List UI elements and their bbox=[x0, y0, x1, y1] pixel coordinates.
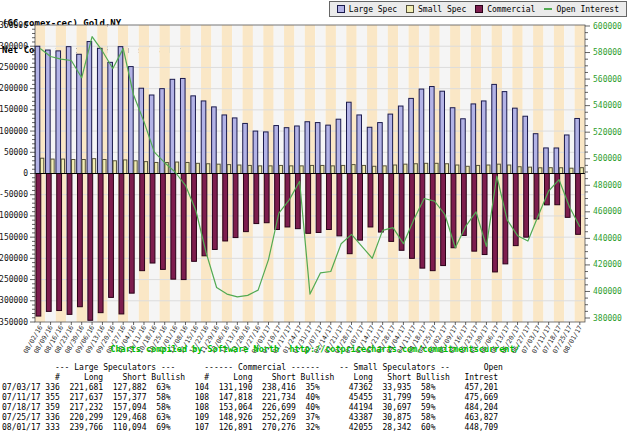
commercial-bar bbox=[555, 174, 560, 205]
small-spec-bar bbox=[414, 164, 417, 174]
commercial-bar bbox=[98, 174, 103, 313]
svg-text:0: 0 bbox=[23, 169, 28, 178]
large-spec-bar bbox=[523, 116, 528, 173]
large-spec-bar bbox=[108, 62, 113, 173]
large-spec-bar bbox=[461, 119, 466, 174]
table-row: 07/25/17 336 220,299 129,468 63% 109 148… bbox=[2, 413, 503, 423]
large-spec-bar bbox=[564, 135, 569, 174]
large-spec-bar bbox=[295, 126, 300, 174]
small-spec-bar bbox=[92, 159, 95, 174]
svg-text:520000: 520000 bbox=[593, 128, 622, 137]
commercial-bar bbox=[36, 174, 41, 317]
svg-text:440000: 440000 bbox=[593, 234, 622, 243]
large-spec-bar bbox=[544, 148, 549, 174]
small-spec-bar bbox=[331, 166, 334, 174]
small-spec-bar bbox=[144, 162, 147, 174]
large-spec-bar bbox=[398, 106, 403, 173]
commercial-bar bbox=[67, 174, 72, 315]
svg-text:200000: 200000 bbox=[0, 84, 28, 93]
svg-text:380000: 380000 bbox=[593, 314, 622, 323]
large-spec-bar bbox=[77, 54, 82, 173]
svg-text:-350000: -350000 bbox=[0, 318, 28, 327]
small-spec-bar bbox=[497, 164, 500, 173]
large-spec-bar bbox=[201, 101, 206, 174]
right-axis-ticks bbox=[585, 26, 590, 318]
commercial-bar bbox=[254, 174, 259, 224]
small-spec-bar bbox=[321, 165, 324, 173]
commercial-bar bbox=[192, 174, 197, 262]
large-spec-bar bbox=[274, 126, 279, 174]
svg-text:500000: 500000 bbox=[593, 154, 622, 163]
svg-text:460000: 460000 bbox=[593, 207, 622, 216]
svg-text:480000: 480000 bbox=[593, 181, 622, 190]
svg-text:50000: 50000 bbox=[4, 148, 28, 157]
table-row: 07/18/17 359 217,232 157,094 58% 108 153… bbox=[2, 403, 503, 413]
left-axis-ticks bbox=[30, 25, 35, 322]
svg-text:540000: 540000 bbox=[593, 101, 622, 110]
large-spec-bar bbox=[263, 132, 268, 174]
large-spec-bar bbox=[440, 91, 445, 173]
commercial-bar bbox=[88, 174, 93, 321]
commercial-bar bbox=[544, 174, 549, 205]
large-spec-bar bbox=[554, 148, 559, 174]
small-spec-bar bbox=[40, 158, 43, 173]
commercial-bar bbox=[451, 174, 456, 248]
large-spec-bar bbox=[139, 88, 144, 173]
x-axis-ticks bbox=[40, 322, 580, 325]
large-spec-bar bbox=[160, 89, 165, 174]
commercial-bar bbox=[461, 174, 466, 236]
cot-data-table: --- Large Speculators --- ------ Commerc… bbox=[2, 363, 503, 433]
large-spec-bar bbox=[315, 123, 320, 174]
small-spec-bar bbox=[383, 166, 386, 174]
commercial-bar bbox=[150, 174, 155, 264]
small-spec-bar bbox=[372, 166, 375, 173]
credit-link[interactable]: http://cotpricecharts.com/commitmentscur… bbox=[289, 344, 519, 354]
commercial-bar bbox=[524, 174, 529, 238]
svg-text:-50000: -50000 bbox=[0, 190, 28, 199]
table-row: 07/11/17 355 217,637 157,377 58% 108 147… bbox=[2, 393, 503, 403]
large-spec-bar bbox=[419, 89, 424, 173]
large-spec-bar bbox=[502, 92, 507, 174]
commercial-bar bbox=[202, 174, 207, 256]
small-spec-bar bbox=[186, 162, 189, 173]
commercial-bar bbox=[306, 174, 311, 234]
large-spec-bar bbox=[450, 108, 455, 174]
table-header-row: # Long Short Bullish # Long Short Bullis… bbox=[2, 373, 503, 383]
svg-text:400000: 400000 bbox=[593, 287, 622, 296]
table-row: 08/01/17 333 239,766 110,094 69% 107 126… bbox=[2, 423, 503, 433]
small-spec-swatch-icon bbox=[406, 5, 414, 13]
right-axis-labels: 6000005800005600005400005200005000004800… bbox=[593, 22, 622, 323]
commercial-bar bbox=[316, 174, 321, 233]
small-spec-bar bbox=[238, 165, 241, 173]
large-spec-bar bbox=[66, 47, 71, 174]
commercial-bar bbox=[389, 174, 394, 242]
commercial-bar bbox=[576, 174, 581, 235]
gridlines bbox=[35, 46, 585, 301]
small-spec-bar bbox=[227, 165, 230, 174]
large-spec-bar bbox=[222, 115, 227, 174]
small-spec-bar bbox=[539, 168, 542, 174]
small-spec-bar bbox=[445, 164, 448, 174]
commercial-bar bbox=[57, 174, 62, 311]
commercial-bar bbox=[337, 174, 342, 236]
small-spec-bar bbox=[518, 167, 521, 174]
svg-text:100000: 100000 bbox=[0, 127, 28, 136]
commercial-bar bbox=[181, 174, 186, 280]
small-spec-bar bbox=[134, 161, 137, 174]
commercial-bar bbox=[534, 174, 539, 219]
small-spec-bar bbox=[175, 162, 178, 173]
commercial-bar bbox=[171, 174, 176, 280]
small-spec-bar bbox=[404, 164, 407, 173]
chart-title-line1: (GC,comex-cec) Gold,NY bbox=[2, 19, 186, 28]
left-axis-labels: 3500003000002500002000001500001000005000… bbox=[0, 21, 28, 327]
small-spec-bar bbox=[155, 162, 158, 173]
small-spec-bar bbox=[341, 165, 344, 173]
small-spec-bar bbox=[279, 165, 282, 173]
small-spec-bar bbox=[123, 160, 126, 174]
small-spec-bar bbox=[61, 159, 64, 173]
legend-label: Commercial bbox=[487, 5, 535, 14]
commercial-bar bbox=[119, 174, 124, 314]
large-spec-bar bbox=[409, 98, 414, 173]
large-spec-bar bbox=[492, 84, 497, 173]
commercial-bar bbox=[399, 174, 404, 251]
